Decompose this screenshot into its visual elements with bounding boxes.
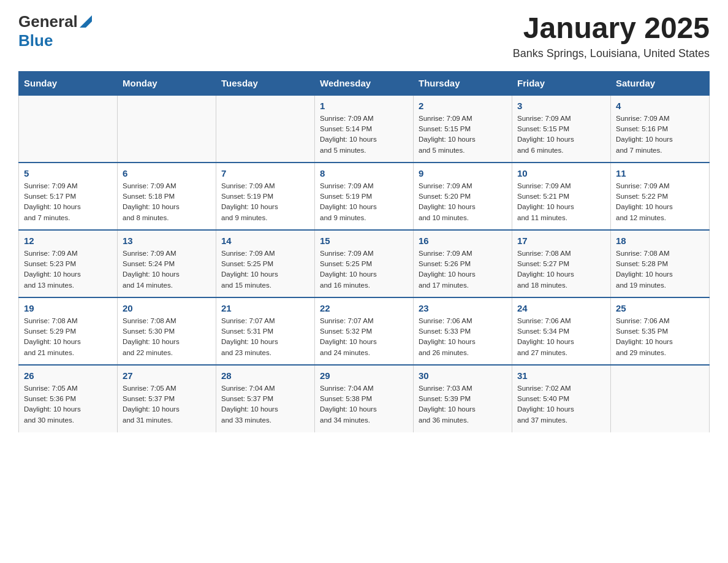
day-number: 5: [24, 168, 112, 178]
calendar-cell: 18Sunrise: 7:08 AM Sunset: 5:28 PM Dayli…: [611, 230, 710, 297]
calendar-cell: 5Sunrise: 7:09 AM Sunset: 5:17 PM Daylig…: [19, 163, 118, 230]
calendar-cell: 27Sunrise: 7:05 AM Sunset: 5:37 PM Dayli…: [118, 365, 216, 432]
day-info: Sunrise: 7:09 AM Sunset: 5:19 PM Dayligh…: [320, 181, 408, 223]
day-info: Sunrise: 7:09 AM Sunset: 5:23 PM Dayligh…: [24, 248, 112, 291]
weekday-header-friday: Friday: [512, 71, 611, 95]
calendar-cell: 20Sunrise: 7:08 AM Sunset: 5:30 PM Dayli…: [118, 297, 216, 365]
day-number: 25: [616, 303, 704, 313]
calendar-cell: 2Sunrise: 7:09 AM Sunset: 5:15 PM Daylig…: [414, 95, 512, 163]
day-info: Sunrise: 7:08 AM Sunset: 5:30 PM Dayligh…: [123, 316, 211, 358]
day-number: 24: [517, 303, 605, 313]
day-info: Sunrise: 7:09 AM Sunset: 5:17 PM Dayligh…: [24, 181, 112, 223]
location-subtitle: Banks Springs, Louisiana, United States: [513, 47, 710, 60]
calendar-cell: 26Sunrise: 7:05 AM Sunset: 5:36 PM Dayli…: [19, 365, 118, 432]
day-number: 23: [419, 303, 507, 313]
calendar-cell: 15Sunrise: 7:09 AM Sunset: 5:25 PM Dayli…: [315, 230, 414, 297]
calendar-cell: 30Sunrise: 7:03 AM Sunset: 5:39 PM Dayli…: [414, 365, 512, 432]
calendar-week-row: 5Sunrise: 7:09 AM Sunset: 5:17 PM Daylig…: [19, 163, 710, 230]
day-info: Sunrise: 7:09 AM Sunset: 5:16 PM Dayligh…: [616, 113, 704, 156]
calendar-cell: [216, 95, 315, 163]
calendar-cell: 24Sunrise: 7:06 AM Sunset: 5:34 PM Dayli…: [512, 297, 611, 365]
day-number: 19: [24, 303, 112, 313]
day-info: Sunrise: 7:09 AM Sunset: 5:24 PM Dayligh…: [123, 248, 211, 291]
weekday-header-wednesday: Wednesday: [315, 71, 414, 95]
day-number: 10: [517, 168, 605, 178]
day-info: Sunrise: 7:03 AM Sunset: 5:39 PM Dayligh…: [419, 383, 507, 426]
calendar-cell: 1Sunrise: 7:09 AM Sunset: 5:14 PM Daylig…: [315, 95, 414, 163]
day-number: 11: [616, 168, 704, 178]
calendar-cell: [118, 95, 216, 163]
day-info: Sunrise: 7:09 AM Sunset: 5:21 PM Dayligh…: [517, 181, 605, 223]
calendar-cell: [611, 365, 710, 432]
weekday-header-row: SundayMondayTuesdayWednesdayThursdayFrid…: [19, 71, 710, 95]
day-info: Sunrise: 7:08 AM Sunset: 5:29 PM Dayligh…: [24, 316, 112, 358]
day-number: 21: [221, 303, 309, 313]
day-number: 18: [616, 236, 704, 246]
weekday-header-sunday: Sunday: [19, 71, 118, 95]
day-number: 3: [517, 101, 605, 111]
day-number: 16: [419, 236, 507, 246]
day-info: Sunrise: 7:09 AM Sunset: 5:20 PM Dayligh…: [419, 181, 507, 223]
day-number: 4: [616, 101, 704, 111]
calendar-cell: 31Sunrise: 7:02 AM Sunset: 5:40 PM Dayli…: [512, 365, 611, 432]
calendar-cell: 13Sunrise: 7:09 AM Sunset: 5:24 PM Dayli…: [118, 230, 216, 297]
calendar-cell: 6Sunrise: 7:09 AM Sunset: 5:18 PM Daylig…: [118, 163, 216, 230]
day-number: 31: [517, 370, 605, 381]
day-info: Sunrise: 7:06 AM Sunset: 5:33 PM Dayligh…: [419, 316, 507, 358]
calendar-cell: 29Sunrise: 7:04 AM Sunset: 5:38 PM Dayli…: [315, 365, 414, 432]
calendar-cell: 3Sunrise: 7:09 AM Sunset: 5:15 PM Daylig…: [512, 95, 611, 163]
day-number: 17: [517, 236, 605, 246]
page-header: General Blue January 2025 Banks Springs,…: [18, 12, 710, 60]
calendar-cell: 19Sunrise: 7:08 AM Sunset: 5:29 PM Dayli…: [19, 297, 118, 365]
day-number: 2: [419, 101, 507, 111]
day-info: Sunrise: 7:06 AM Sunset: 5:34 PM Dayligh…: [517, 316, 605, 358]
calendar-cell: 10Sunrise: 7:09 AM Sunset: 5:21 PM Dayli…: [512, 163, 611, 230]
day-info: Sunrise: 7:07 AM Sunset: 5:31 PM Dayligh…: [221, 316, 309, 358]
day-info: Sunrise: 7:09 AM Sunset: 5:25 PM Dayligh…: [221, 248, 309, 291]
day-info: Sunrise: 7:06 AM Sunset: 5:35 PM Dayligh…: [616, 316, 704, 358]
calendar-cell: 9Sunrise: 7:09 AM Sunset: 5:20 PM Daylig…: [414, 163, 512, 230]
day-info: Sunrise: 7:02 AM Sunset: 5:40 PM Dayligh…: [517, 383, 605, 426]
logo-general-text: General: [18, 12, 78, 31]
calendar-cell: 12Sunrise: 7:09 AM Sunset: 5:23 PM Dayli…: [19, 230, 118, 297]
day-info: Sunrise: 7:09 AM Sunset: 5:15 PM Dayligh…: [419, 113, 507, 156]
calendar-cell: 21Sunrise: 7:07 AM Sunset: 5:31 PM Dayli…: [216, 297, 315, 365]
month-title: January 2025: [513, 12, 710, 45]
day-info: Sunrise: 7:07 AM Sunset: 5:32 PM Dayligh…: [320, 316, 408, 358]
day-info: Sunrise: 7:09 AM Sunset: 5:19 PM Dayligh…: [221, 181, 309, 223]
day-number: 12: [24, 236, 112, 246]
calendar-week-row: 26Sunrise: 7:05 AM Sunset: 5:36 PM Dayli…: [19, 365, 710, 432]
day-info: Sunrise: 7:04 AM Sunset: 5:38 PM Dayligh…: [320, 383, 408, 426]
day-number: 27: [123, 370, 211, 381]
calendar-cell: 22Sunrise: 7:07 AM Sunset: 5:32 PM Dayli…: [315, 297, 414, 365]
calendar-cell: [19, 95, 118, 163]
day-number: 7: [221, 168, 309, 178]
calendar-cell: 23Sunrise: 7:06 AM Sunset: 5:33 PM Dayli…: [414, 297, 512, 365]
calendar-week-row: 1Sunrise: 7:09 AM Sunset: 5:14 PM Daylig…: [19, 95, 710, 163]
weekday-header-tuesday: Tuesday: [216, 71, 315, 95]
day-info: Sunrise: 7:09 AM Sunset: 5:18 PM Dayligh…: [123, 181, 211, 223]
day-number: 29: [320, 370, 408, 381]
day-number: 30: [419, 370, 507, 381]
logo: General Blue: [18, 12, 92, 50]
calendar-cell: 17Sunrise: 7:08 AM Sunset: 5:27 PM Dayli…: [512, 230, 611, 297]
day-number: 26: [24, 370, 112, 381]
day-info: Sunrise: 7:09 AM Sunset: 5:22 PM Dayligh…: [616, 181, 704, 223]
weekday-header-saturday: Saturday: [611, 71, 710, 95]
logo-triangle-icon: [80, 15, 92, 30]
day-info: Sunrise: 7:08 AM Sunset: 5:28 PM Dayligh…: [616, 248, 704, 291]
day-number: 28: [221, 370, 309, 381]
day-number: 22: [320, 303, 408, 313]
day-info: Sunrise: 7:05 AM Sunset: 5:37 PM Dayligh…: [123, 383, 211, 426]
day-number: 9: [419, 168, 507, 178]
weekday-header-monday: Monday: [118, 71, 216, 95]
day-number: 15: [320, 236, 408, 246]
calendar-cell: 8Sunrise: 7:09 AM Sunset: 5:19 PM Daylig…: [315, 163, 414, 230]
calendar-body: 1Sunrise: 7:09 AM Sunset: 5:14 PM Daylig…: [19, 95, 710, 432]
day-info: Sunrise: 7:09 AM Sunset: 5:15 PM Dayligh…: [517, 113, 605, 156]
calendar-cell: 11Sunrise: 7:09 AM Sunset: 5:22 PM Dayli…: [611, 163, 710, 230]
day-info: Sunrise: 7:08 AM Sunset: 5:27 PM Dayligh…: [517, 248, 605, 291]
calendar-cell: 16Sunrise: 7:09 AM Sunset: 5:26 PM Dayli…: [414, 230, 512, 297]
calendar-table: SundayMondayTuesdayWednesdayThursdayFrid…: [18, 71, 710, 432]
calendar-week-row: 19Sunrise: 7:08 AM Sunset: 5:29 PM Dayli…: [19, 297, 710, 365]
